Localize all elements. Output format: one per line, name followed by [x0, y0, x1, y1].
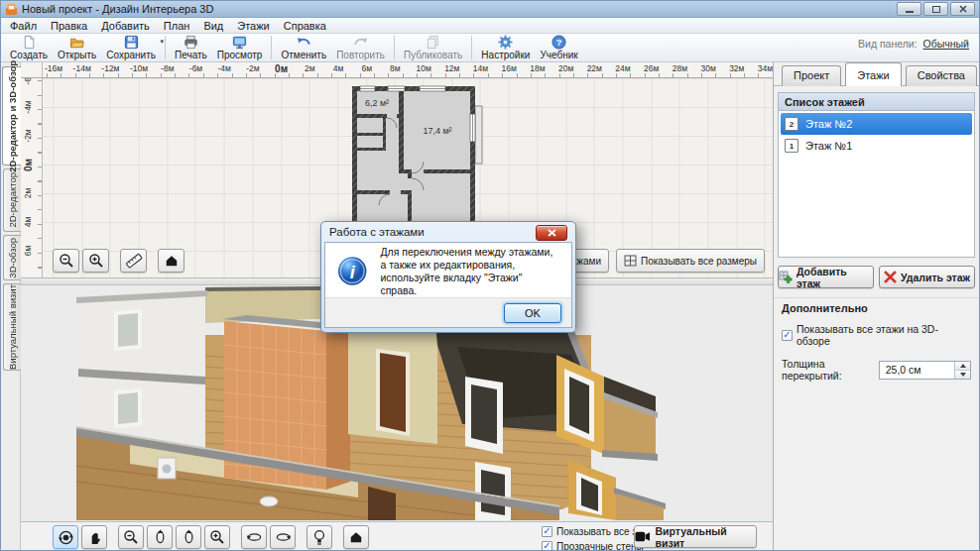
- menu-floors[interactable]: Этажи: [230, 19, 276, 33]
- redo-button[interactable]: Повторить: [331, 34, 390, 61]
- menu-help[interactable]: Справка: [277, 19, 333, 33]
- measure-button[interactable]: [120, 249, 147, 273]
- dialog-close-button[interactable]: [536, 225, 567, 241]
- checkbox-checked-icon[interactable]: ✓: [542, 541, 552, 551]
- info-icon: i: [337, 256, 367, 286]
- room-label-kitchen: 6,2 м²: [365, 98, 389, 108]
- spinner-up-button[interactable]: [955, 362, 970, 371]
- new-file-icon: [22, 35, 37, 50]
- right-panel-tabs: Проект Этажи Свойства: [774, 62, 979, 86]
- toolbar: Создать Открыть ▾ Сохранить Печать Просм…: [1, 34, 979, 62]
- rotate-right-icon: [182, 529, 196, 545]
- zoom-in-button[interactable]: [82, 249, 109, 273]
- ruler-icon: [125, 253, 143, 269]
- close-button[interactable]: [950, 2, 975, 16]
- spinner-down-button[interactable]: [955, 371, 970, 379]
- tab-2d-3d[interactable]: 2D-редактор и 3D-обзор: [2, 66, 21, 165]
- preview-button[interactable]: Просмотр: [212, 34, 268, 61]
- orbit-icon: [58, 529, 74, 546]
- tutorial-button[interactable]: ? Учебник: [535, 34, 582, 61]
- ruler-x-label: 28м: [673, 63, 687, 73]
- add-floor-button[interactable]: Добавить этаж: [778, 266, 874, 288]
- thickness-value[interactable]: 25,0 см: [880, 362, 954, 379]
- floor-list-item[interactable]: 1 Этаж №1: [781, 135, 972, 157]
- arrow-down-icon: [960, 373, 966, 377]
- save-button[interactable]: ▾ Сохранить: [101, 34, 161, 61]
- minimize-button[interactable]: [897, 2, 921, 16]
- tab-2d-editor[interactable]: 2D-редактор: [3, 168, 21, 232]
- tab-properties[interactable]: Свойства: [906, 65, 977, 86]
- ruler-x-label: 34м: [758, 63, 773, 73]
- ruler-x-label: 20м: [558, 63, 573, 73]
- panel-view-label: Вид панели:: [858, 38, 918, 50]
- orbit-cw-button[interactable]: [270, 525, 296, 549]
- delete-floor-button[interactable]: Удалить этаж: [879, 266, 975, 288]
- toolbar-separator: [165, 36, 166, 59]
- tab-floors[interactable]: Этажи: [845, 62, 901, 86]
- ok-button[interactable]: OK: [504, 303, 561, 323]
- virtual-visit-button[interactable]: Виртуальный визит: [634, 525, 757, 548]
- pan-tool-button[interactable]: [81, 525, 107, 549]
- ruler-x-label: 24м: [615, 63, 630, 73]
- zoom-out-button[interactable]: [53, 249, 79, 273]
- rotate-right-button[interactable]: [176, 525, 201, 549]
- redo-icon: [353, 35, 368, 50]
- editor2d-toolbar: [53, 249, 187, 273]
- question-icon: ?: [551, 35, 566, 50]
- ruler-x-label: 12м: [444, 63, 459, 73]
- floors-dialog: Работа с этажами i Для переключения межд…: [320, 221, 576, 333]
- floor-list-header: Список этажей: [778, 92, 975, 111]
- ruler-y-label: 6м: [23, 238, 33, 264]
- show-all-dimensions-button[interactable]: Показывать все размеры: [616, 249, 765, 273]
- thickness-spinner[interactable]: 25,0 см: [879, 361, 971, 380]
- menu-plan[interactable]: План: [157, 19, 197, 33]
- ruler-y-label: 4м: [23, 209, 33, 235]
- zoom-in-3d-button[interactable]: [204, 525, 230, 549]
- tab-project[interactable]: Проект: [782, 65, 841, 86]
- orbit-tool-button[interactable]: [53, 525, 78, 549]
- show-floors-3d-option[interactable]: ✓ Показывать все этажи на 3D-обзоре: [782, 323, 971, 347]
- print-button[interactable]: Печать: [170, 34, 212, 61]
- close-icon: [959, 5, 967, 13]
- floor-list: 2 Этаж №2 1 Этаж №1: [778, 111, 975, 258]
- right-panel: Проект Этажи Свойства Список этажей 2 Эт…: [773, 62, 979, 551]
- new-button[interactable]: Создать: [5, 34, 53, 61]
- maximize-button[interactable]: [923, 2, 948, 16]
- ruler-x-label: -14м: [73, 63, 91, 73]
- monitor-icon: [232, 35, 247, 50]
- rotate-left-icon: [153, 529, 168, 545]
- rotate-left-button[interactable]: [147, 525, 173, 549]
- menu-add[interactable]: Добавить: [94, 19, 157, 33]
- home-view-button[interactable]: [158, 249, 184, 273]
- checkbox-checked-icon[interactable]: ✓: [542, 526, 552, 537]
- checkbox-checked-icon[interactable]: ✓: [782, 330, 793, 341]
- ruler-x-label: 4м: [333, 63, 344, 73]
- tab-virtual-visit[interactable]: Виртуальный визит: [3, 283, 21, 371]
- floor-icon: 1: [785, 139, 798, 153]
- menu-view[interactable]: Вид: [196, 19, 230, 33]
- room-label-livingroom: 17,4 м²: [423, 126, 451, 136]
- menu-file[interactable]: Файл: [3, 19, 44, 33]
- light-button[interactable]: [306, 525, 332, 549]
- ruler-y-label: -2м: [23, 123, 33, 149]
- ruler-x-label: 26м: [644, 63, 659, 73]
- publish-button[interactable]: Публиковать: [399, 34, 467, 61]
- undo-button[interactable]: Отменить: [276, 34, 331, 61]
- orbit-ccw-button[interactable]: [241, 525, 267, 549]
- home-icon: [165, 254, 179, 268]
- zoom-out-3d-button[interactable]: [118, 525, 144, 549]
- toolbar-separator: [271, 36, 272, 59]
- home-view-3d-button[interactable]: [343, 525, 369, 549]
- save-floppy-icon: [124, 35, 139, 50]
- settings-button[interactable]: Настройки: [476, 34, 535, 61]
- menu-edit[interactable]: Правка: [44, 19, 94, 33]
- ruler-x-ticks: [47, 73, 773, 77]
- menubar: Файл Правка Добавить План Вид Этажи Спра…: [1, 18, 979, 34]
- floor-list-item[interactable]: 2 Этаж №2: [781, 113, 972, 135]
- ruler-y-ticks: [38, 80, 42, 277]
- panel-view-link[interactable]: Обычный: [923, 38, 969, 50]
- tab-3d-view[interactable]: 3D-обзор: [3, 235, 21, 280]
- save-dropdown-caret[interactable]: ▾: [160, 38, 164, 46]
- thickness-row: Толщина перекрытий: 25,0 см: [782, 358, 971, 382]
- open-button[interactable]: Открыть: [53, 34, 101, 61]
